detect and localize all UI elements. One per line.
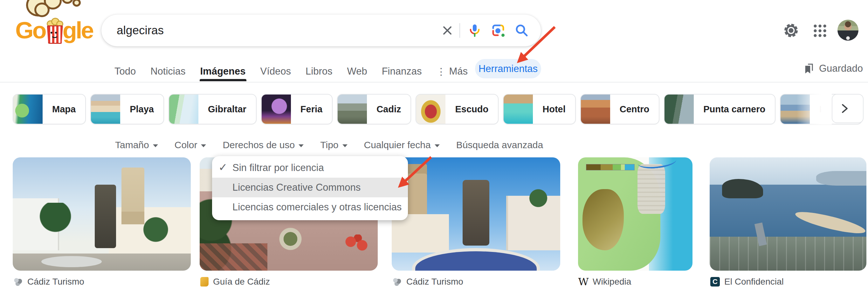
clear-search-icon[interactable] <box>440 23 455 38</box>
tab-finanzas[interactable]: Finanzas <box>382 62 422 81</box>
chip-thumbnail <box>504 95 533 124</box>
search-input[interactable]: algeciras <box>117 24 440 37</box>
filter-derechos-de-uso[interactable]: Derechos de uso <box>223 140 304 150</box>
usage-rights-menu: ✓ Sin filtrar por licencia Licencias Cre… <box>212 156 408 220</box>
photo-layer <box>130 216 177 246</box>
result-source-3[interactable]: Cádiz Turismo <box>392 277 463 287</box>
photo-layer <box>520 185 557 212</box>
chip-thumbnail <box>13 95 42 124</box>
chip-escudo[interactable]: Escudo <box>415 94 499 124</box>
chevron-right-icon <box>838 102 851 115</box>
filter-fecha[interactable]: Cualquier fecha <box>364 140 440 150</box>
search-bar[interactable]: algeciras <box>101 14 541 46</box>
tab-libros[interactable]: Libros <box>306 62 332 81</box>
cadiz-turismo-favicon <box>392 277 402 287</box>
tools-button[interactable]: Herramientas <box>475 59 541 78</box>
voice-search-icon[interactable] <box>467 23 482 38</box>
chip-thumbnail <box>664 95 694 124</box>
result-image-5[interactable] <box>710 157 866 270</box>
menu-item-creative-commons[interactable]: Licencias Creative Commons <box>212 178 408 197</box>
tab-noticias[interactable]: Noticias <box>150 62 185 81</box>
photo-layer <box>13 254 191 270</box>
tab-mas[interactable]: ⋮ Más <box>436 62 468 81</box>
photo-layer <box>121 168 145 224</box>
chip-thumbnail <box>581 95 610 124</box>
search-submit-icon[interactable] <box>514 23 529 38</box>
photo-layer <box>41 256 102 267</box>
guia-de-cadiz-favicon <box>200 277 209 287</box>
result-source-4[interactable]: W Wikipedia <box>579 277 631 287</box>
result-image-4[interactable] <box>578 157 692 270</box>
image-tools-bar: Tamaño Color Derechos de uso Tipo Cualqu… <box>115 140 543 150</box>
popcorn-box-icon <box>46 18 62 42</box>
caret-down-icon <box>435 144 440 147</box>
chips-scroll-right-button[interactable] <box>832 94 864 123</box>
chip-thumbnail <box>262 95 291 124</box>
photo-layer <box>200 243 268 270</box>
chip-cadiz[interactable]: Cadiz <box>337 94 411 124</box>
account-avatar[interactable] <box>837 20 859 41</box>
caret-down-icon <box>342 144 347 147</box>
google-apps-grid-icon[interactable] <box>813 24 827 38</box>
filter-tipo[interactable]: Tipo <box>320 140 347 150</box>
search-tabs: Todo Noticias Imágenes Vídeos Libros Web… <box>115 62 468 81</box>
tab-todo[interactable]: Todo <box>115 62 136 81</box>
caret-down-icon <box>299 144 304 147</box>
chip-thumbnail <box>91 95 120 124</box>
filter-tamano[interactable]: Tamaño <box>115 140 158 150</box>
chip-thumbnail <box>169 95 198 124</box>
map-legend-bar <box>586 164 634 170</box>
wikipedia-favicon: W <box>579 277 588 287</box>
chip-hotel[interactable]: Hotel <box>503 94 576 124</box>
tab-videos[interactable]: Vídeos <box>260 62 291 81</box>
result-source-1[interactable]: Cádiz Turismo <box>13 277 84 287</box>
filter-color[interactable]: Color <box>175 140 206 150</box>
check-icon: ✓ <box>218 161 228 174</box>
google-wordmark: Go gle <box>15 18 93 43</box>
photo-layer <box>271 227 310 250</box>
cadiz-turismo-favicon <box>13 277 23 287</box>
photo-layer <box>95 185 116 248</box>
header-divider <box>0 82 868 82</box>
chip-punta-carnero[interactable]: Punta carnero <box>664 94 775 124</box>
chip-thumbnail <box>416 95 445 124</box>
result-image-3[interactable] <box>392 157 560 270</box>
chip-centro[interactable]: Centro <box>580 94 659 124</box>
chip-gibraltar[interactable]: Gibraltar <box>168 94 256 124</box>
caret-down-icon <box>201 144 206 147</box>
saved-label: Guardado <box>819 63 863 74</box>
settings-gear-icon[interactable] <box>783 22 799 40</box>
chip-feria[interactable]: Feria <box>261 94 333 124</box>
tab-imagenes[interactable]: Imágenes <box>200 62 246 81</box>
google-lens-icon[interactable] <box>491 23 506 38</box>
result-source-5[interactable]: C El Confidencial <box>710 277 784 287</box>
logo-letter-o: o <box>32 18 45 43</box>
menu-item-sin-filtrar[interactable]: ✓ Sin filtrar por licencia <box>212 158 408 178</box>
tab-web[interactable]: Web <box>347 62 367 81</box>
photo-layer <box>638 164 665 214</box>
logo-letter-g: G <box>15 18 32 43</box>
photo-layer <box>710 237 866 270</box>
chip-playa[interactable]: Playa <box>90 94 164 124</box>
chips-fade-overlay <box>797 93 832 124</box>
photo-layer <box>34 203 87 237</box>
logo-letters-gle: gle <box>63 18 93 43</box>
photo-layer <box>463 180 490 246</box>
google-image-search-page: Go gle algeciras <box>0 0 868 290</box>
photo-layer <box>342 234 371 253</box>
saved-button[interactable]: Guardado <box>803 62 863 75</box>
google-doodle-logo[interactable]: Go gle <box>15 0 92 51</box>
bookmark-collections-icon <box>803 62 814 75</box>
result-source-2[interactable]: Guía de Cádiz <box>200 277 270 287</box>
related-searches-chips: Mapa Playa Gibraltar Feria Cadiz Escudo … <box>13 94 862 123</box>
chip-mapa[interactable]: Mapa <box>13 94 86 124</box>
el-confidencial-favicon: C <box>710 277 720 287</box>
result-image-1[interactable] <box>13 157 191 270</box>
chip-thumbnail <box>338 95 367 124</box>
filter-busqueda-avanzada[interactable]: Búsqueda avanzada <box>456 140 544 150</box>
menu-item-licencias-comerciales[interactable]: Licencias comerciales y otras licencias <box>212 197 408 217</box>
caret-down-icon <box>153 144 158 147</box>
more-vertical-icon: ⋮ <box>436 66 446 77</box>
photo-layer <box>583 189 624 250</box>
searchbar-divider <box>459 23 460 38</box>
